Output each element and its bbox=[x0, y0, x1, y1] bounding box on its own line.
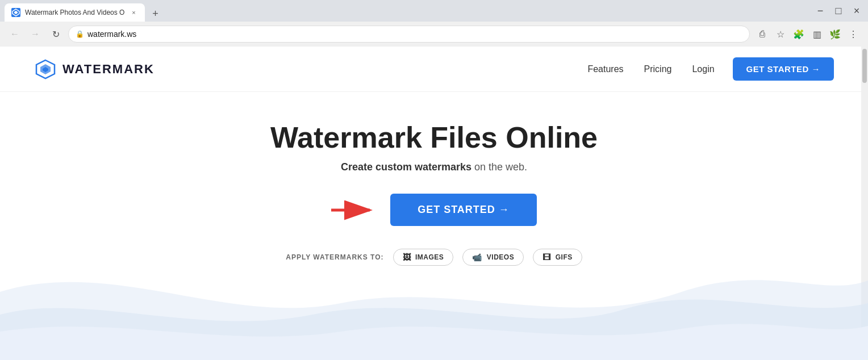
images-badge[interactable]: 🖼 IMAGES bbox=[393, 249, 454, 266]
address-input[interactable]: 🔒 watermark.ws bbox=[68, 26, 750, 43]
title-bar: Watermark Photos And Videos O × + − □ × bbox=[0, 0, 868, 22]
tab-close-button[interactable]: × bbox=[129, 8, 138, 17]
apply-watermarks-label: APPLY WATERMARKS TO: bbox=[286, 253, 383, 261]
hero-cta-area: GET STARTED → bbox=[331, 194, 537, 226]
browser-window: Watermark Photos And Videos O × + − □ × … bbox=[0, 0, 868, 360]
hero-section: Watermark Files Online Create custom wat… bbox=[0, 92, 868, 360]
page-content: WATERMARK Features Pricing Login GET STA… bbox=[0, 47, 868, 360]
restore-button[interactable]: □ bbox=[832, 4, 845, 18]
forward-button[interactable]: → bbox=[27, 26, 43, 42]
scrollbar-thumb[interactable] bbox=[862, 49, 867, 83]
tab-favicon bbox=[11, 8, 20, 17]
nav-features[interactable]: Features bbox=[587, 64, 623, 74]
red-arrow-icon bbox=[331, 199, 377, 221]
active-tab[interactable]: Watermark Photos And Videos O × bbox=[5, 3, 145, 22]
hero-title: Watermark Files Online bbox=[270, 120, 598, 154]
nav-login[interactable]: Login bbox=[692, 64, 714, 74]
hero-get-started-button[interactable]: GET STARTED → bbox=[390, 194, 537, 226]
images-label: IMAGES bbox=[415, 253, 444, 261]
site-header: WATERMARK Features Pricing Login GET STA… bbox=[0, 47, 868, 92]
videos-badge[interactable]: 📹 VIDEOS bbox=[462, 249, 524, 266]
apply-watermarks-section: APPLY WATERMARKS TO: 🖼 IMAGES 📹 VIDEOS 🎞… bbox=[286, 249, 582, 266]
gifs-badge[interactable]: 🎞 GIFS bbox=[533, 249, 582, 266]
hero-subtitle-rest: on the web. bbox=[471, 161, 527, 173]
logo-icon bbox=[34, 58, 57, 81]
hero-subtitle: Create custom watermarks on the web. bbox=[341, 161, 527, 173]
gifs-label: GIFS bbox=[556, 253, 573, 261]
videos-label: VIDEOS bbox=[487, 253, 514, 261]
nav-get-started-button[interactable]: GET STARTED → bbox=[733, 57, 834, 81]
new-tab-button[interactable]: + bbox=[147, 6, 163, 22]
window-close-button[interactable]: × bbox=[850, 4, 863, 18]
gifs-icon: 🎞 bbox=[542, 253, 551, 262]
images-icon: 🖼 bbox=[403, 253, 411, 262]
url-text: watermark.ws bbox=[87, 30, 742, 39]
tab-strip: Watermark Photos And Videos O × + bbox=[5, 0, 811, 22]
main-navigation: Features Pricing Login bbox=[587, 64, 714, 74]
nav-pricing[interactable]: Pricing bbox=[644, 64, 672, 74]
videos-icon: 📹 bbox=[472, 253, 482, 262]
lock-icon: 🔒 bbox=[76, 30, 84, 38]
extensions-button[interactable]: 🧩 bbox=[791, 26, 807, 42]
address-bar: ← → ↻ 🔒 watermark.ws ⎙ ☆ 🧩 ▥ 🌿 ⋮ bbox=[0, 22, 868, 47]
refresh-button[interactable]: ↻ bbox=[48, 26, 64, 42]
tab-title: Watermark Photos And Videos O bbox=[25, 9, 124, 16]
back-button[interactable]: ← bbox=[7, 26, 23, 42]
hero-subtitle-bold: Create custom watermarks bbox=[341, 161, 471, 173]
sidebar-toggle-button[interactable]: ▥ bbox=[809, 26, 825, 42]
logo-text: WATERMARK bbox=[62, 62, 155, 77]
chrome-menu-button[interactable]: ⋮ bbox=[845, 26, 861, 42]
site-logo[interactable]: WATERMARK bbox=[34, 58, 155, 81]
share-button[interactable]: ⎙ bbox=[754, 26, 770, 42]
window-controls: − □ × bbox=[813, 4, 863, 18]
user-profile-button[interactable]: 🌿 bbox=[827, 26, 843, 42]
minimize-button[interactable]: − bbox=[813, 4, 827, 18]
toolbar-actions: ⎙ ☆ 🧩 ▥ 🌿 ⋮ bbox=[754, 26, 861, 42]
bookmark-button[interactable]: ☆ bbox=[773, 26, 788, 42]
